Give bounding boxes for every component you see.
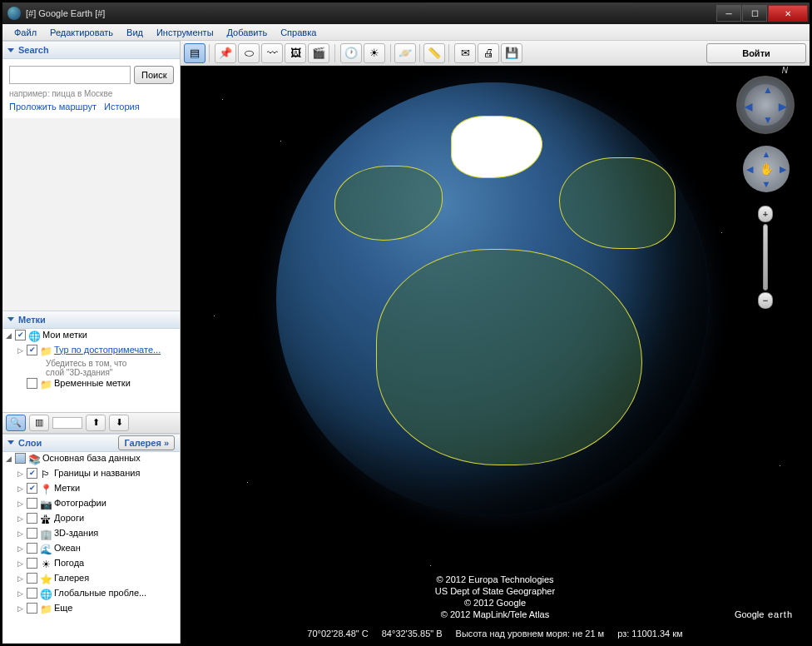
checkbox[interactable] [27,588,37,599]
search-input[interactable] [9,66,131,84]
close-button[interactable]: ✕ [768,5,808,22]
layer-row[interactable]: ▷☀Погода [2,557,180,572]
expand-icon[interactable]: ◢ [4,331,13,340]
checkbox[interactable] [27,573,37,584]
status-elev: Высота над уровнем моря: не 21 м [456,629,605,639]
checkbox[interactable] [27,498,37,509]
expand-icon[interactable]: ▷ [16,604,25,614]
places-tree: ◢ 🌐 Мои метки ▷ 📁 Тур по достопримечате.… [2,329,180,412]
zoom-control[interactable]: + − [758,206,773,309]
move-up-button[interactable]: ⬆ [86,415,106,431]
checkbox[interactable] [27,468,37,479]
expand-icon[interactable]: ▷ [16,346,25,355]
search-button[interactable]: Поиск [134,66,174,84]
opacity-slider[interactable] [52,417,82,429]
layer-label: Метки [54,483,80,493]
expand-icon[interactable]: ▷ [16,484,25,494]
menu-help[interactable]: Справка [274,26,323,39]
north-label: N [782,66,788,75]
menu-add[interactable]: Добавить [220,26,275,39]
layer-icon: 🌐 [39,588,52,601]
expand-icon[interactable]: ◢ [4,455,13,464]
layer-icon: 🏳 [39,468,52,481]
sidebar-toolbar: 🔍 ▥ ⬆ ⬇ [2,412,180,434]
expand-icon[interactable]: ▷ [16,574,25,584]
menu-edit[interactable]: Редактировать [43,26,120,39]
sidebar-toggle-button[interactable]: ▤ [184,43,205,63]
layer-row[interactable]: ▷🏢3D-здания [2,527,180,542]
layer-row[interactable]: ▷⭐Галерея [2,572,180,587]
zoom-out-button[interactable]: − [758,292,773,309]
save-image-button[interactable]: 💾 [501,43,522,63]
places-panel-header[interactable]: Метки [2,311,180,329]
layer-row[interactable]: ▷🌐Глобальные пробле... [2,587,180,602]
layer-row[interactable]: ▷🌊Океан [2,542,180,557]
layers-panel-header[interactable]: Слои Галерея» [2,434,180,452]
layer-label: Еще [54,603,72,613]
search-panel-header[interactable]: Search [2,41,180,59]
checkbox[interactable] [27,543,37,554]
checkbox[interactable] [27,558,37,569]
checkbox[interactable] [15,330,26,340]
tour-description: слой "3D-здания" [2,368,180,377]
layer-row[interactable]: ▷📁Еще [2,602,180,617]
checkbox[interactable] [27,483,37,494]
checkbox[interactable] [27,603,37,614]
expand-icon[interactable]: ▷ [16,514,25,524]
checkbox[interactable] [27,528,37,539]
add-image-overlay-button[interactable]: 🖼 [285,43,306,63]
sunlight-button[interactable]: ☀ [364,43,385,63]
menu-file[interactable]: Файл [7,26,43,39]
search-hint: например: пицца в Москве [9,89,173,98]
layer-icon: 📷 [39,498,52,511]
gallery-button[interactable]: Галерея» [118,435,175,450]
menu-tools[interactable]: Инструменты [150,26,220,39]
search-tool-button[interactable]: 🔍 [6,415,26,431]
checkbox[interactable] [27,345,37,355]
tree-row-base-db[interactable]: ◢ 📚 Основная база данных [2,452,180,467]
status-bar: 70°02'28.48" С 84°32'35.85" В Высота над… [181,629,810,639]
history-link[interactable]: История [104,102,140,112]
ruler-button[interactable]: 📏 [423,43,445,63]
panel-tool-button[interactable]: ▥ [29,415,49,431]
earth-globe[interactable] [276,82,709,515]
zoom-in-button[interactable]: + [758,206,773,222]
print-button[interactable]: 🖨 [478,43,499,63]
login-button[interactable]: Войти [706,43,806,63]
layer-row[interactable]: ▷🛣Дороги [2,512,180,527]
expand-icon[interactable]: ▷ [16,544,25,554]
directions-link[interactable]: Проложить маршрут [9,102,97,112]
layer-row[interactable]: ▷📷Фотографии [2,497,180,512]
maximize-button[interactable]: ☐ [742,5,767,22]
checkbox[interactable] [27,378,37,389]
expand-icon[interactable]: ▷ [16,470,25,479]
layer-row[interactable]: ▷🏳Границы и названия [2,467,180,482]
expand-icon[interactable]: ▷ [16,499,25,509]
pan-control[interactable]: ▲ ▼ ◀ ▶ ✋ [743,146,790,192]
menu-view[interactable]: Вид [120,26,150,39]
minimize-button[interactable]: ─ [716,5,741,22]
tree-row-my-places[interactable]: ◢ 🌐 Мои метки [2,329,180,344]
history-button[interactable]: 🕐 [340,43,362,63]
add-path-button[interactable]: 〰 [261,43,283,63]
layer-row[interactable]: ▷📍Метки [2,482,180,497]
record-tour-button[interactable]: 🎬 [308,43,329,63]
zoom-slider[interactable] [763,224,768,291]
add-placemark-button[interactable]: 📌 [215,43,236,63]
globe-view[interactable]: N ▲ ▼ ◀ ▶ ▲ ▼ ◀ ▶ ✋ + [181,66,810,644]
look-control[interactable]: N ▲ ▼ ◀ ▶ [736,76,795,134]
email-button[interactable]: ✉ [454,43,476,63]
expand-icon[interactable]: ▷ [16,559,25,569]
expand-icon[interactable]: ▷ [16,589,25,599]
menubar: Файл Редактировать Вид Инструменты Добав… [2,24,810,41]
checkbox[interactable] [27,513,37,524]
layer-label: Дороги [54,513,84,523]
checkbox-partial[interactable] [15,453,26,464]
add-polygon-button[interactable]: ⬭ [238,43,260,63]
move-down-button[interactable]: ⬇ [109,415,129,431]
globe-icon: 🌐 [27,330,41,343]
tree-row-temp-places[interactable]: 📁 Временные метки [2,377,180,392]
expand-icon[interactable]: ▷ [16,529,25,539]
tree-row-tour[interactable]: ▷ 📁 Тур по достопримечате... [2,344,180,359]
planet-button[interactable]: 🪐 [394,43,416,63]
